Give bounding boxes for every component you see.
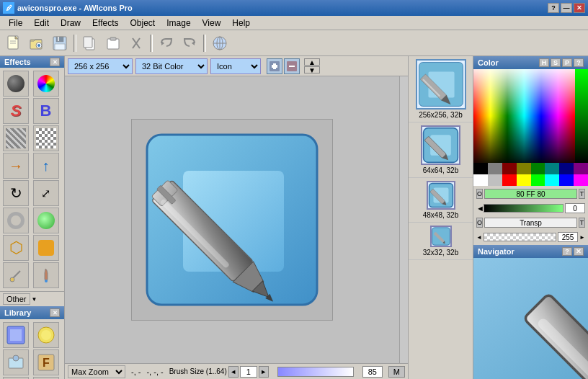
- canvas-area[interactable]: [65, 76, 399, 363]
- alpha-arrow-right[interactable]: ►: [579, 234, 585, 241]
- lib-item-3[interactable]: [3, 349, 29, 375]
- effect-circle-dark[interactable]: [3, 71, 29, 97]
- undo-button[interactable]: [156, 33, 177, 53]
- thumb-32[interactable]: 32x32, 32b: [409, 223, 473, 260]
- library-pin-btn[interactable]: ✕: [50, 308, 60, 317]
- lib-item-1[interactable]: [3, 322, 29, 348]
- palette-red[interactable]: [502, 174, 517, 186]
- slider-value-input[interactable]: [565, 203, 585, 213]
- palette-yellow[interactable]: [517, 174, 531, 186]
- image-type-select[interactable]: Icon Bitmap PNG: [210, 58, 261, 74]
- menu-draw[interactable]: Draw: [55, 17, 86, 30]
- color-help-btn[interactable]: ?: [574, 58, 584, 67]
- effect-circle-color[interactable]: [33, 71, 59, 97]
- other-button[interactable]: Other: [3, 293, 30, 305]
- effect-s-text[interactable]: S: [3, 98, 29, 124]
- transp-input[interactable]: [484, 218, 577, 228]
- thumb-256[interactable]: 256x256, 32b: [409, 56, 473, 122]
- cut-button[interactable]: [125, 33, 147, 53]
- menu-file[interactable]: File: [3, 17, 28, 30]
- color-t-btn[interactable]: T: [579, 189, 585, 199]
- effect-checker[interactable]: [33, 125, 59, 151]
- palette-teal[interactable]: [545, 163, 559, 174]
- save-button[interactable]: [49, 33, 71, 53]
- palette-black[interactable]: [473, 163, 488, 174]
- effects-pin-btn[interactable]: ✕: [50, 58, 60, 66]
- nav-help-btn[interactable]: ?: [562, 247, 572, 256]
- icon-canvas[interactable]: [140, 128, 324, 312]
- effect-dot-green[interactable]: [33, 208, 59, 233]
- effect-paint[interactable]: [33, 262, 59, 288]
- effect-hex[interactable]: ⬡: [3, 235, 29, 261]
- menu-help[interactable]: Help: [226, 17, 256, 30]
- palette-silver[interactable]: [488, 174, 502, 186]
- color-depth-select[interactable]: 32 Bit Color 24 Bit Color 8 Bit Color: [135, 58, 208, 74]
- copy-button[interactable]: [79, 33, 101, 53]
- color-h-btn[interactable]: H: [539, 58, 549, 67]
- palette-cyan[interactable]: [545, 174, 559, 186]
- color-o-btn[interactable]: O: [476, 189, 483, 199]
- lib-item-4[interactable]: F: [33, 349, 59, 375]
- effect-transform[interactable]: ⤢: [33, 180, 59, 206]
- transp-t-btn[interactable]: T: [579, 218, 585, 228]
- palette-gray[interactable]: [488, 163, 502, 174]
- menu-image[interactable]: Image: [161, 17, 196, 30]
- vertical-scrollbar[interactable]: [399, 76, 408, 363]
- brush-increase-btn[interactable]: ►: [259, 366, 269, 378]
- brightness-slider[interactable]: [575, 69, 588, 163]
- effect-ring[interactable]: [3, 208, 29, 233]
- palette-lime[interactable]: [531, 174, 545, 186]
- alpha-value-input[interactable]: [558, 232, 578, 242]
- effect-rotate[interactable]: ↻: [3, 180, 29, 206]
- palette-purple[interactable]: [574, 163, 588, 174]
- palette-white[interactable]: [473, 174, 488, 186]
- new-file-button[interactable]: [3, 33, 24, 53]
- effect-arrow-right[interactable]: →: [3, 153, 29, 179]
- lib-item-2[interactable]: [33, 322, 59, 348]
- green-channel-slider[interactable]: [484, 204, 564, 213]
- close-btn[interactable]: ✕: [574, 3, 585, 13]
- effect-b-text[interactable]: B: [33, 98, 59, 124]
- effect-pencil[interactable]: [3, 262, 29, 288]
- slider-arrow-left[interactable]: ◄: [476, 204, 482, 213]
- palette-darkred[interactable]: [502, 163, 517, 174]
- help-btn[interactable]: ?: [548, 3, 559, 13]
- brush-position-slider[interactable]: [277, 367, 354, 377]
- redo-button[interactable]: [179, 33, 200, 53]
- palette-green[interactable]: [531, 163, 545, 174]
- transp-o-btn[interactable]: O: [476, 218, 483, 228]
- minimize-btn[interactable]: —: [561, 3, 572, 13]
- add-image-btn[interactable]: [267, 58, 282, 74]
- nav-close-btn[interactable]: ✕: [574, 247, 584, 256]
- navigator-view[interactable]: [473, 258, 588, 379]
- zoom-select[interactable]: Max Zoom 1:1 2:1 4:1: [68, 365, 125, 378]
- color-spectrum[interactable]: [473, 69, 588, 163]
- nav-up-btn[interactable]: ▲: [304, 58, 320, 66]
- effect-dot-orange[interactable]: [33, 235, 59, 261]
- menu-object[interactable]: Object: [125, 17, 161, 30]
- thumb-48[interactable]: 48x48, 32b: [409, 178, 473, 223]
- effect-arrow-up[interactable]: ↑: [33, 153, 59, 179]
- menu-edit[interactable]: Edit: [28, 17, 55, 30]
- internet-button[interactable]: [209, 33, 231, 53]
- palette-navy[interactable]: [559, 163, 574, 174]
- image-size-select[interactable]: 256 x 256 128 x 128 64 x 64 48 x 48 32 x…: [68, 58, 133, 74]
- palette-olive[interactable]: [517, 163, 531, 174]
- palette-blue[interactable]: [559, 174, 574, 186]
- alpha-arrow-left[interactable]: ◄: [476, 234, 482, 241]
- menu-view[interactable]: View: [197, 17, 227, 30]
- paste-button[interactable]: [102, 33, 124, 53]
- menu-effects[interactable]: Effects: [86, 17, 124, 30]
- color-hex-input[interactable]: [484, 189, 577, 199]
- thumb-64[interactable]: 64x64, 32b: [409, 122, 473, 178]
- effect-texture[interactable]: [3, 125, 29, 151]
- alpha-slider[interactable]: [484, 233, 556, 241]
- color-s-btn[interactable]: S: [551, 58, 561, 67]
- brush-decrease-btn[interactable]: ◄: [228, 366, 239, 378]
- mode-button[interactable]: M: [388, 366, 405, 378]
- palette-magenta[interactable]: [574, 174, 588, 186]
- nav-down-btn[interactable]: ▼: [304, 66, 320, 73]
- remove-image-btn[interactable]: [284, 58, 300, 74]
- color-p-btn[interactable]: P: [562, 58, 572, 67]
- open-file-button[interactable]: [26, 33, 48, 53]
